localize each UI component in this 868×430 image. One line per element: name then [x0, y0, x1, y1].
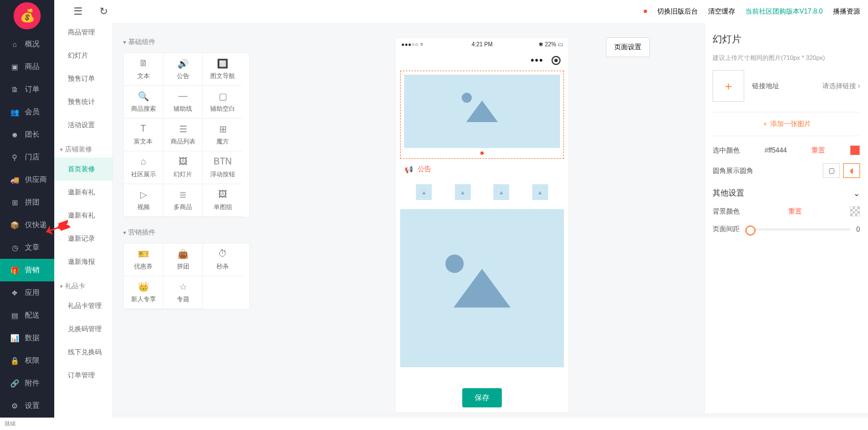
component-视频[interactable]: ▷视频 [124, 184, 163, 217]
sub-item-活动设置[interactable]: 活动设置 [54, 114, 112, 137]
component-专题[interactable]: ☆专题 [163, 276, 203, 309]
sidebar-item-文章[interactable]: ◷文章 [0, 236, 54, 259]
palette-basic-title[interactable]: 基础组件 [123, 37, 250, 47]
component-公告[interactable]: 🔊公告 [163, 53, 203, 86]
bg-color-label: 背景颜色 [713, 207, 740, 216]
component-优惠券[interactable]: 🎫优惠券 [124, 244, 163, 276]
sidebar-item-订单[interactable]: 🗎订单 [0, 78, 54, 101]
component-icon: BTN [218, 157, 228, 167]
component-文本[interactable]: 🗎文本 [124, 53, 163, 86]
sidebar-main: 💰 ⌂概况▣商品🗎订单👥会员☻团长⚲门店🚚供应商⊞拼团📦仅快递◷文章🎁营销❖应用… [0, 0, 54, 430]
sub-item-订单管理[interactable]: 订单管理 [54, 364, 112, 387]
component-新人专享[interactable]: 👑新人专享 [124, 276, 163, 309]
sub-item-邀新有礼[interactable]: 邀新有礼 [54, 204, 112, 227]
sub-item-预售统计[interactable]: 预售统计 [54, 90, 112, 114]
switch-old-link[interactable]: 切换旧版后台 [657, 7, 698, 16]
save-button[interactable]: 保存 [462, 388, 502, 407]
add-image-button[interactable]: ＋ 添加一张图片 [713, 112, 860, 136]
app-logo: 💰 [14, 2, 41, 29]
component-秒杀[interactable]: ⏱秒杀 [203, 244, 242, 276]
component-单图组[interactable]: 🖼单图组 [203, 184, 242, 217]
sub-item-幻灯片[interactable]: 幻灯片 [54, 44, 112, 67]
sidebar-item-设置[interactable]: ⚙设置 [0, 394, 54, 417]
nav-icon: 🔒 [10, 357, 19, 365]
sidebar-item-营销[interactable]: 🎁营销 [0, 259, 54, 281]
sidebar-item-商品[interactable]: ▣商品 [0, 55, 54, 78]
sub-item-线下兑换码[interactable]: 线下兑换码 [54, 341, 112, 364]
preview-canvas: 页面设置 ●●●○○ ᯤ 4:21 PM ✱ 22% ▭ ••• 📢 公告 [260, 23, 704, 413]
component-icon: 🎫 [138, 249, 149, 259]
broadcast-link[interactable]: 播播资源 [833, 7, 860, 16]
sidebar-item-数据[interactable]: 📊数据 [0, 327, 54, 349]
component-商品列表[interactable]: ☰商品列表 [163, 119, 203, 151]
component-icon: ▢ [218, 91, 228, 101]
sidebar-item-拼团[interactable]: ⊞拼团 [0, 191, 54, 214]
sidebar-item-仅快递[interactable]: 📦仅快递 [0, 214, 54, 236]
sub-item-首页装修[interactable]: 首页装修 [54, 158, 112, 181]
sub-item-邀新海报[interactable]: 邀新海报 [54, 250, 112, 273]
gap-value: 0 [856, 225, 860, 233]
sub-item-兑换码管理[interactable]: 兑换码管理 [54, 318, 112, 341]
sidebar-item-门店[interactable]: ⚲门店 [0, 146, 54, 168]
component-魔方[interactable]: ⊞魔方 [203, 119, 242, 151]
editor-area: 基础组件 🗎文本🔊公告🔲图文导航🔍商品搜索—辅助线▢辅助空白T富文本☰商品列表⊞… [113, 23, 868, 413]
sidebar-item-权限[interactable]: 🔒权限 [0, 349, 54, 372]
component-富文本[interactable]: T富文本 [124, 119, 163, 151]
sub-item-邀新有礼[interactable]: 邀新有礼 [54, 181, 112, 204]
status-footer: 就绪 [0, 418, 868, 430]
phone-time: 4:21 PM [472, 41, 493, 47]
component-拼团[interactable]: 👜拼团 [163, 244, 203, 276]
single-image-component[interactable] [400, 209, 564, 367]
component-icon: 🖼 [218, 189, 228, 199]
sidebar-item-会员[interactable]: 👥会员 [0, 101, 54, 123]
sub-group-decorate[interactable]: 店铺装修 [54, 137, 112, 158]
sub-group-giftcard[interactable]: 礼品卡 [54, 273, 112, 294]
refresh-icon[interactable]: ↻ [99, 5, 108, 18]
component-辅助空白[interactable]: ▢辅助空白 [203, 86, 242, 119]
sub-item-商品管理[interactable]: 商品管理 [54, 21, 112, 44]
corner-square-button[interactable]: ▢ [823, 163, 840, 178]
component-商品搜索[interactable]: 🔍商品搜索 [124, 86, 163, 119]
gap-slider[interactable] [745, 228, 850, 231]
component-社区展示[interactable]: ⌂社区展示 [124, 151, 163, 184]
reset-color-button[interactable]: 重置 [811, 146, 825, 155]
sidebar-item-配送[interactable]: ▤配送 [0, 304, 54, 327]
target-icon[interactable] [552, 56, 561, 65]
chevron-down-icon[interactable]: ⌄ [853, 189, 860, 198]
clear-cache-link[interactable]: 清空缓存 [708, 7, 735, 16]
thumb-icon: ▲ [493, 184, 509, 200]
page-settings-button[interactable]: 页面设置 [606, 37, 650, 57]
thumb-icon: ▲ [455, 184, 471, 200]
nav-icon: 📦 [10, 221, 19, 229]
component-palette: 基础组件 🗎文本🔊公告🔲图文导航🔍商品搜索—辅助线▢辅助空白T富文本☰商品列表⊞… [113, 23, 260, 413]
bg-color-swatch[interactable] [850, 206, 860, 216]
thumb-icon: ▲ [532, 184, 548, 200]
color-swatch[interactable] [850, 145, 860, 155]
link-select[interactable]: 请选择链接 › [822, 81, 860, 91]
sidebar-item-附件[interactable]: 🔗附件 [0, 372, 54, 394]
component-幻灯片[interactable]: 🖼幻灯片 [163, 151, 203, 184]
palette-marketing-title[interactable]: 营销插件 [123, 228, 250, 237]
sub-item-预售订单[interactable]: 预售订单 [54, 67, 112, 90]
slideshow-component-selected[interactable] [400, 71, 564, 159]
corner-round-button[interactable]: ◖ [843, 163, 860, 178]
upload-image-button[interactable]: ＋ [713, 70, 744, 102]
component-辅助线[interactable]: —辅助线 [163, 86, 203, 119]
reset-bg-button[interactable]: 重置 [788, 207, 802, 216]
sidebar-item-概况[interactable]: ⌂概况 [0, 33, 54, 55]
notice-component[interactable]: 📢 公告 [396, 159, 568, 180]
component-浮动按钮[interactable]: BTN浮动按钮 [203, 151, 242, 184]
more-icon[interactable]: ••• [531, 55, 544, 66]
properties-panel: 幻灯片 建议上传尺寸相同的图片(710px * 320px) ＋ 链接地址 请选… [704, 23, 868, 413]
sidebar-item-供应商[interactable]: 🚚供应商 [0, 168, 54, 191]
sub-item-礼品卡管理[interactable]: 礼品卡管理 [54, 294, 112, 318]
component-图文导航[interactable]: 🔲图文导航 [203, 53, 242, 86]
component-多商品[interactable]: ≣多商品 [163, 184, 203, 217]
sidebar-item-应用[interactable]: ❖应用 [0, 281, 54, 304]
menu-toggle-icon[interactable]: ☰ [73, 5, 83, 18]
nav-icon: ▤ [10, 311, 19, 320]
signal-icon: ●●●○○ ᯤ [401, 41, 426, 47]
sidebar-item-团长[interactable]: ☻团长 [0, 123, 54, 146]
sub-item-邀新记录[interactable]: 邀新记录 [54, 227, 112, 250]
nav-thumbs[interactable]: ▲ ▲ ▲ ▲ [396, 180, 568, 205]
